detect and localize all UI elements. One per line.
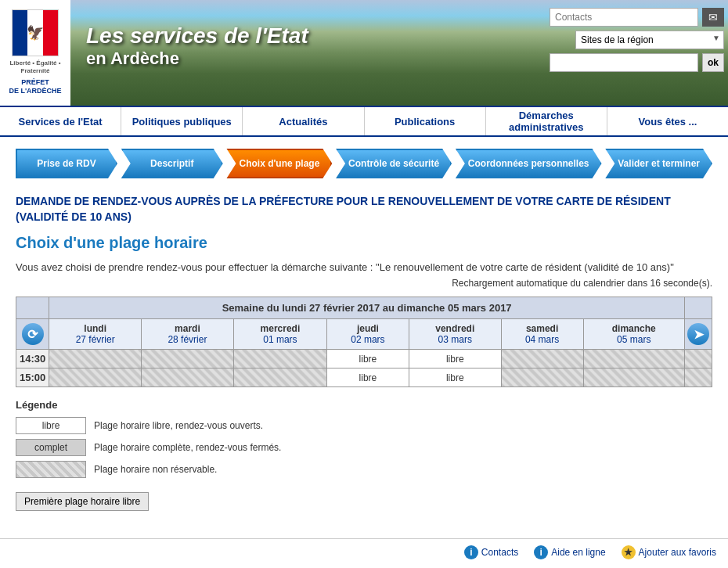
wizard-step-valider[interactable]: Valider et terminer	[605, 149, 712, 178]
footer-favoris-link[interactable]: ★ Ajouter aux favoris	[622, 545, 716, 559]
day-header-vendredi: vendredi 03 mars	[409, 319, 501, 350]
header-title: Les services de l'Etat en Ardèche	[86, 23, 308, 69]
day-header-samedi: samedi 04 mars	[501, 319, 583, 350]
nav-actualites[interactable]: Actualités	[243, 107, 364, 135]
time-1430: 14:30	[16, 350, 49, 368]
search-button[interactable]: ok	[702, 53, 724, 72]
slot-1500-mercredi	[233, 368, 326, 387]
nav-politiques[interactable]: Politiques publiques	[121, 107, 243, 135]
legend-title: Légende	[16, 399, 712, 411]
footer-favoris-label: Ajouter aux favoris	[639, 547, 716, 558]
footer-aide-label: Aide en ligne	[551, 547, 605, 558]
nav-publications[interactable]: Publications	[365, 107, 486, 135]
day-header-mardi: mardi 28 février	[142, 319, 234, 350]
legend-row-unavailable: Plage horaire non réservable.	[16, 461, 712, 478]
footer-contacts-link[interactable]: i Contacts	[464, 545, 518, 559]
slot-1500-extra	[685, 368, 712, 387]
region-row: Sites de la région	[575, 31, 724, 49]
calendar-row-1500: 15:00 libre libre	[16, 368, 712, 387]
legend-box-full: complet	[16, 439, 86, 456]
search-row: ok	[550, 53, 724, 72]
description-text: Vous avez choisi de prendre rendez-vous …	[16, 261, 712, 273]
wizard-step-rdv[interactable]: Prise de RDV	[16, 149, 117, 178]
wizard-step-securite[interactable]: Contrôle de sécurité	[336, 149, 452, 178]
nav-vous-etes[interactable]: Vous êtes ...	[607, 107, 728, 135]
calendar-empty-corner-right	[685, 297, 712, 319]
legend-row-full: complet Plage horaire complète, rendez-v…	[16, 439, 712, 456]
footer: i Contacts i Aide en ligne ★ Ajouter aux…	[0, 538, 728, 566]
footer-contacts-label: Contacts	[481, 547, 518, 558]
legend-text-full: Plage horaire complète, rendez-vous ferm…	[94, 442, 281, 453]
calendar-table: Semaine du lundi 27 février 2017 au dima…	[16, 297, 712, 387]
slot-1430-vendredi[interactable]: libre	[409, 350, 501, 368]
contacts-mail-button[interactable]: ✉	[702, 8, 724, 27]
contacts-input[interactable]	[550, 8, 698, 27]
contacts-row: ✉	[550, 8, 724, 27]
republic-emblem: 🦅	[12, 9, 59, 56]
wizard-steps: Prise de RDV Descriptif Choix d'une plag…	[16, 149, 712, 178]
search-input[interactable]	[550, 53, 698, 72]
contacts-icon: i	[464, 545, 478, 559]
wizard-step-coordonnees[interactable]: Coordonnées personnelles	[456, 149, 602, 178]
legend: Légende libre Plage horaire libre, rende…	[16, 399, 712, 478]
slot-1430-extra	[685, 350, 712, 368]
calendar-row-1430: 14:30 libre libre	[16, 350, 712, 368]
main-content: Prise de RDV Descriptif Choix d'une plag…	[0, 137, 728, 523]
aide-icon: i	[534, 545, 548, 559]
day-header-dimanche: dimanche 05 mars	[583, 319, 684, 350]
calendar-empty-corner	[16, 297, 49, 319]
legend-box-free: libre	[16, 417, 86, 434]
time-1500: 15:00	[16, 368, 49, 387]
favoris-icon: ★	[622, 545, 636, 559]
day-header-lundi: lundi 27 février	[49, 319, 142, 350]
logo-box: 🦅 Liberté • Égalité • Fraternité PRÉFET …	[0, 0, 70, 106]
slot-1430-mardi	[142, 350, 234, 368]
legend-text-free: Plage horaire libre, rendez-vous ouverts…	[94, 420, 263, 431]
region-select-wrap: Sites de la région	[575, 31, 724, 49]
legend-text-unavailable: Plage horaire non réservable.	[94, 464, 217, 475]
logo-text: Liberté • Égalité • Fraternité PRÉFET DE…	[4, 59, 67, 96]
wizard-step-plage[interactable]: Choix d'une plage	[226, 149, 332, 178]
day-header-jeudi: jeudi 02 mars	[326, 319, 409, 350]
calendar-prev-button[interactable]: ⟳	[22, 323, 44, 345]
slot-1430-dimanche	[583, 350, 684, 368]
calendar-days-header: ⟳ lundi 27 février mardi 28 février merc…	[16, 319, 712, 350]
slot-1430-samedi	[501, 350, 583, 368]
slot-1500-vendredi[interactable]: libre	[409, 368, 501, 387]
legend-row-free: libre Plage horaire libre, rendez-vous o…	[16, 417, 712, 434]
calendar-week-header: Semaine du lundi 27 février 2017 au dima…	[16, 297, 712, 319]
top-right-controls: ✉ Sites de la région ok	[550, 8, 724, 72]
calendar-week-label: Semaine du lundi 27 février 2017 au dima…	[49, 297, 685, 319]
day-header-mercredi: mercredi 01 mars	[233, 319, 326, 350]
header: 🦅 Liberté • Égalité • Fraternité PRÉFET …	[0, 0, 728, 106]
calendar-next-button[interactable]: ➤	[687, 323, 709, 345]
section-title: Choix d'une plage horaire	[16, 234, 712, 252]
slot-1500-lundi	[49, 368, 142, 387]
slot-1500-dimanche	[583, 368, 684, 387]
region-select[interactable]: Sites de la région	[575, 31, 724, 49]
nav-demarches[interactable]: Démarches administratives	[486, 107, 607, 135]
slot-1430-mercredi	[233, 350, 326, 368]
slot-1500-samedi	[501, 368, 583, 387]
calendar-prev-cell: ⟳	[16, 319, 49, 350]
slot-1500-mardi	[142, 368, 234, 387]
first-slot-button[interactable]: Première plage horaire libre	[16, 492, 149, 511]
navbar: Services de l'Etat Politiques publiques …	[0, 106, 728, 137]
wizard-step-descriptif[interactable]: Descriptif	[121, 149, 223, 178]
nav-services[interactable]: Services de l'Etat	[0, 107, 121, 135]
auto-reload-text: Rechargement automatique du calendrier d…	[16, 278, 712, 289]
footer-aide-link[interactable]: i Aide en ligne	[534, 545, 605, 559]
legend-box-unavailable	[16, 461, 86, 478]
title-line2: en Ardèche	[86, 49, 308, 69]
page-title: DEMANDE DE RENDEZ-VOUS AUPRÈS DE LA PRÉF…	[16, 194, 712, 225]
slot-1430-lundi	[49, 350, 142, 368]
title-line1: Les services de l'Etat	[86, 23, 308, 49]
slot-1430-jeudi[interactable]: libre	[326, 350, 409, 368]
calendar-next-cell: ➤	[685, 319, 712, 350]
slot-1500-jeudi[interactable]: libre	[326, 368, 409, 387]
